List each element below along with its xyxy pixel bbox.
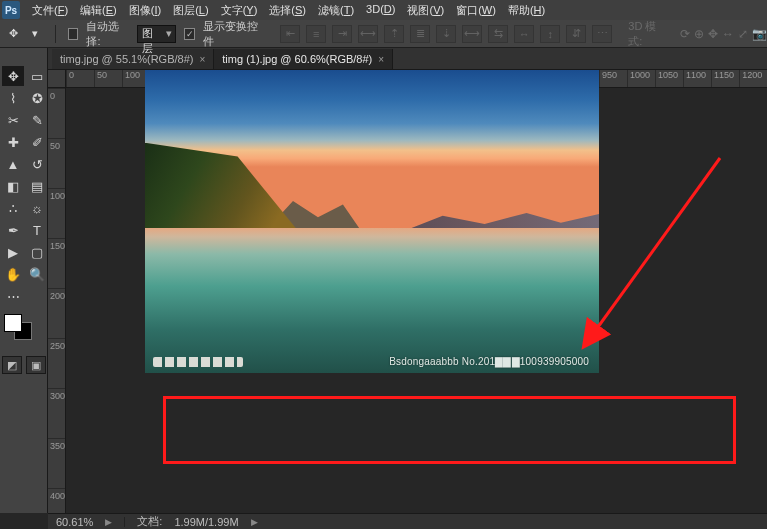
menu-d[interactable]: 3D(D) <box>360 1 401 20</box>
stamp-tool[interactable]: ▲ <box>2 154 24 174</box>
status-doc-label: 文档: <box>137 514 162 529</box>
align-button-3[interactable]: ⟷ <box>358 25 378 43</box>
menu-i[interactable]: 图像(I) <box>123 1 167 20</box>
quickmask-button[interactable]: ◩ <box>2 356 22 374</box>
align-button-10[interactable]: ↕ <box>540 25 560 43</box>
eyedropper-tool[interactable]: ✎ <box>26 110 48 130</box>
foreground-color-swatch[interactable] <box>4 314 22 332</box>
tab-title: timg.jpg @ 55.1%(RGB/8#) <box>60 53 193 65</box>
align-button-7[interactable]: ⟷ <box>462 25 482 43</box>
align-button-1[interactable]: ≡ <box>306 25 326 43</box>
gradient-tool[interactable]: ▤ <box>26 176 48 196</box>
zoom-tool[interactable]: 🔍 <box>26 264 48 284</box>
menu-t[interactable]: 滤镜(T) <box>312 1 360 20</box>
more-tool[interactable]: ⋯ <box>2 286 24 306</box>
3d-roll-icon: ⊕ <box>694 27 704 41</box>
app-logo: Ps <box>2 1 20 19</box>
status-bar: 60.61% ▶ 文档: 1.99M/1.99M ▶ <box>48 513 767 529</box>
menu-y[interactable]: 文字(Y) <box>215 1 264 20</box>
color-swatches[interactable] <box>0 306 47 354</box>
toolbox: ✥▭⌇✪✂✎✚✐▲↺◧▤∴☼✒T▶▢✋🔍⋯ ◩ ▣ <box>0 48 48 513</box>
options-bar: ✥ ▾ 自动选择: 图层 显示变换控件 ⇤≡⇥⟷⇡≣⇣⟷⇆↔↕⇵⋯ 3D 模式:… <box>0 20 767 48</box>
doc-tab-0[interactable]: timg.jpg @ 55.1%(RGB/8#)× <box>52 49 214 69</box>
hand-tool[interactable]: ✋ <box>2 264 24 284</box>
status-zoom[interactable]: 60.61% <box>56 516 93 528</box>
close-icon[interactable]: × <box>378 54 384 65</box>
auto-select-dropdown[interactable]: 图层 <box>137 25 177 43</box>
auto-select-checkbox[interactable] <box>68 28 79 40</box>
zoom-arrow-icon[interactable]: ▶ <box>105 517 112 527</box>
document-image: Bsdongaaabbb No.201▇▇▇100939905000 <box>145 70 599 373</box>
3d-orbit-icon: ⟳ <box>680 27 690 41</box>
align-button-12[interactable]: ⋯ <box>592 25 612 43</box>
watermark-left <box>153 357 243 367</box>
quick-select-tool[interactable]: ✪ <box>26 88 48 108</box>
3d-scale-icon: ⤢ <box>738 27 748 41</box>
heal-tool[interactable]: ✚ <box>2 132 24 152</box>
align-button-6[interactable]: ⇣ <box>436 25 456 43</box>
dodge-tool[interactable]: ☼ <box>26 198 48 218</box>
menu-bar: Ps 文件(F)编辑(E)图像(I)图层(L)文字(Y)选择(S)滤镜(T)3D… <box>0 0 767 20</box>
close-icon[interactable]: × <box>199 54 205 65</box>
crop-tool[interactable]: ✂ <box>2 110 24 130</box>
align-button-9[interactable]: ↔ <box>514 25 534 43</box>
pen-tool[interactable]: ✒ <box>2 220 24 240</box>
menu-v[interactable]: 视图(V) <box>401 1 450 20</box>
doc-tab-1[interactable]: timg (1).jpg @ 60.6%(RGB/8#)× <box>214 49 393 69</box>
auto-select-label: 自动选择: <box>86 19 128 49</box>
history-brush-tool[interactable]: ↺ <box>26 154 48 174</box>
3d-slide-icon: ↔ <box>722 27 734 41</box>
type-tool[interactable]: T <box>26 220 48 240</box>
show-transform-checkbox[interactable] <box>184 28 195 40</box>
status-doc-values: 1.99M/1.99M <box>174 516 238 528</box>
show-transform-label: 显示变换控件 <box>203 19 262 49</box>
options-dropdown-icon[interactable]: ▾ <box>28 26 42 42</box>
move-tool-icon: ✥ <box>6 26 20 42</box>
align-button-2[interactable]: ⇥ <box>332 25 352 43</box>
3d-mode-icons: ⟳ ⊕ ✥ ↔ ⤢ 📷 <box>680 27 767 41</box>
brush-tool[interactable]: ✐ <box>26 132 48 152</box>
canvas[interactable]: Bsdongaaabbb No.201▇▇▇100939905000 <box>145 70 599 373</box>
3d-mode-label: 3D 模式: <box>628 19 666 49</box>
align-button-11[interactable]: ⇵ <box>566 25 586 43</box>
menu-e[interactable]: 编辑(E) <box>74 1 123 20</box>
menu-h[interactable]: 帮助(H) <box>502 1 551 20</box>
marquee-tool[interactable]: ▭ <box>26 66 48 86</box>
lasso-tool[interactable]: ⌇ <box>2 88 24 108</box>
menu-f[interactable]: 文件(F) <box>26 1 74 20</box>
eraser-tool[interactable]: ◧ <box>2 176 24 196</box>
align-button-5[interactable]: ≣ <box>410 25 430 43</box>
align-button-8[interactable]: ⇆ <box>488 25 508 43</box>
screenmode-button[interactable]: ▣ <box>26 356 46 374</box>
ruler-corner <box>48 70 66 88</box>
menu-w[interactable]: 窗口(W) <box>450 1 502 20</box>
path-select-tool[interactable]: ▶ <box>2 242 24 262</box>
3d-pan-icon: ✥ <box>708 27 718 41</box>
document-tabs: timg.jpg @ 55.1%(RGB/8#)×timg (1).jpg @ … <box>0 48 767 70</box>
tab-title: timg (1).jpg @ 60.6%(RGB/8#) <box>222 53 372 65</box>
menu-s[interactable]: 选择(S) <box>263 1 312 20</box>
blur-tool[interactable]: ∴ <box>2 198 24 218</box>
align-button-0[interactable]: ⇤ <box>280 25 300 43</box>
align-button-4[interactable]: ⇡ <box>384 25 404 43</box>
ruler-vertical: 0501001502002503003504004505005506006507… <box>48 88 66 513</box>
move-tool[interactable]: ✥ <box>2 66 24 86</box>
shape-tool[interactable]: ▢ <box>26 242 48 262</box>
watermark-right: Bsdongaaabbb No.201▇▇▇100939905000 <box>389 356 589 367</box>
doc-arrow-icon[interactable]: ▶ <box>251 517 258 527</box>
3d-camera-icon: 📷 <box>752 27 767 41</box>
menu-l[interactable]: 图层(L) <box>167 1 214 20</box>
